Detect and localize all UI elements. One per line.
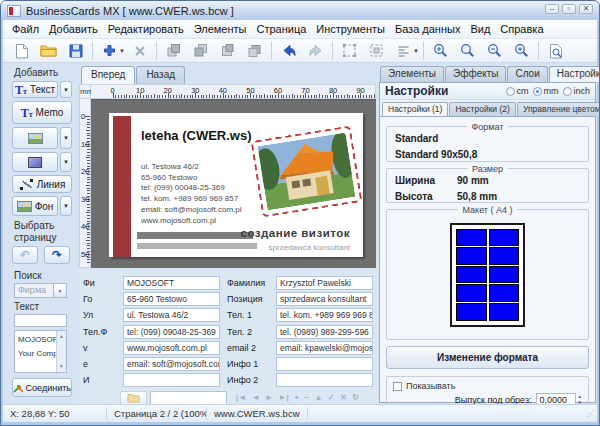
settings-subtab-1[interactable]: Настройки (1): [382, 102, 448, 116]
menu-8[interactable]: Справка: [495, 21, 548, 37]
menu-0[interactable]: Файл: [7, 21, 44, 37]
zoom-out-icon[interactable]: [486, 42, 503, 59]
unit-radio-cm[interactable]: [506, 87, 515, 96]
menu-1[interactable]: Добавить: [44, 21, 103, 37]
post-record-icon[interactable]: ✓: [328, 393, 335, 402]
prev-record-icon[interactable]: ◄: [252, 393, 260, 402]
add-line-button[interactable]: Линия: [12, 175, 72, 193]
add-background-button[interactable]: Фон: [12, 196, 58, 216]
cancel-record-icon[interactable]: ✕: [340, 393, 347, 402]
add-text-dropdown[interactable]: ▼: [60, 81, 72, 98]
form-input[interactable]: tel: (099) 09048-25-369: [123, 325, 220, 339]
form-input[interactable]: ul. Testowa 46/2: [123, 308, 220, 322]
menu-4[interactable]: Страница: [251, 21, 311, 37]
listbox-scrollbar[interactable]: [56, 331, 66, 372]
select-all-icon[interactable]: [341, 42, 358, 59]
settings-subtab-2[interactable]: Настройки (2): [449, 102, 515, 116]
panel-tab-2[interactable]: Слои: [507, 66, 547, 82]
align-icon[interactable]: [395, 42, 412, 59]
form-input[interactable]: tel. (0989) 989-299-596: [276, 325, 373, 339]
refresh-record-icon[interactable]: ↻: [352, 393, 359, 402]
side-tab-front[interactable]: Вперед: [81, 66, 135, 84]
close-button[interactable]: ✕: [579, 4, 593, 14]
zoom-fit-icon[interactable]: [513, 42, 530, 59]
bring-to-front-icon[interactable]: [165, 42, 182, 59]
menu-2[interactable]: Редактировать: [103, 21, 189, 37]
business-card[interactable]: leteha (CWER.ws) ul. Testowa 46/265-960 …: [109, 113, 363, 257]
unit-radio-mm[interactable]: [533, 87, 542, 96]
add-background-dropdown[interactable]: ▼: [60, 196, 72, 216]
send-to-back-icon[interactable]: [192, 42, 209, 59]
form-input[interactable]: Krzysztof Pawelski: [276, 276, 373, 290]
card-bar-dark[interactable]: [137, 232, 253, 239]
form-input[interactable]: [276, 357, 373, 371]
first-record-icon[interactable]: |◄: [236, 393, 246, 402]
menu-6[interactable]: База данных: [390, 21, 466, 37]
new-document-icon[interactable]: [13, 42, 30, 59]
search-results-list[interactable]: MOJOSOFTYour Compa: [14, 330, 67, 373]
open-folder-icon[interactable]: [40, 42, 57, 59]
save-icon[interactable]: [67, 42, 84, 59]
add-shape-dropdown[interactable]: ▼: [60, 152, 72, 172]
unit-radio-inch[interactable]: [563, 87, 572, 96]
change-format-button[interactable]: Изменение формата: [386, 346, 589, 369]
menu-3[interactable]: Элементы: [189, 21, 252, 37]
form-input[interactable]: [123, 373, 220, 387]
menu-7[interactable]: Вид: [465, 21, 495, 37]
side-tab-back[interactable]: Назад: [136, 66, 185, 84]
add-shape-button[interactable]: [12, 152, 58, 172]
panel-tab-0[interactable]: Элементы: [380, 66, 444, 82]
show-checkbox[interactable]: [393, 382, 402, 391]
form-input[interactable]: email: soft@mojosoft.com.pl: [123, 357, 220, 371]
card-subtitle[interactable]: sprzedawca konsultant: [269, 243, 350, 252]
last-record-icon[interactable]: ►|: [279, 393, 289, 402]
undo-icon[interactable]: [280, 42, 297, 59]
design-canvas[interactable]: leteha (CWER.ws) ul. Testowa 46/265-960 …: [91, 99, 376, 268]
card-bar-light[interactable]: [137, 243, 257, 249]
page-forward-button[interactable]: ↷: [44, 246, 70, 264]
card-title[interactable]: leteha (CWER.ws): [141, 128, 252, 143]
form-input[interactable]: email: kpawelski@mojosoft.com.pl: [276, 341, 373, 355]
delete-icon[interactable]: [131, 42, 148, 59]
form-input[interactable]: sprzedawca konsultant: [276, 292, 373, 306]
form-input[interactable]: tel. kom. +989 969 969 857: [276, 308, 373, 322]
insert-record-icon[interactable]: +: [294, 393, 299, 402]
search-text-input[interactable]: [14, 314, 67, 327]
card-red-stripe[interactable]: [113, 116, 131, 257]
card-tagline[interactable]: создание визиток: [241, 227, 350, 239]
form-input[interactable]: www.mojosoft.com.pl: [123, 341, 220, 355]
menu-5[interactable]: Инструменты: [311, 21, 390, 37]
add-image-dropdown[interactable]: ▼: [60, 127, 72, 149]
form-input[interactable]: [276, 373, 373, 387]
form-input[interactable]: 65-960 Testowo: [123, 292, 220, 306]
connect-button[interactable]: Соединить: [12, 378, 72, 397]
add-image-button[interactable]: [12, 127, 58, 149]
transform-icon[interactable]: [368, 42, 385, 59]
record-search-input[interactable]: [150, 391, 227, 405]
page-back-button[interactable]: ↶: [12, 246, 38, 264]
firm-dropdown[interactable]: Фирма ▼: [14, 283, 79, 298]
add-memo-button[interactable]: Tт Memo: [12, 101, 72, 124]
load-photo-button[interactable]: [120, 391, 147, 405]
add-icon[interactable]: [101, 42, 118, 59]
add-text-button[interactable]: Tт Текст: [12, 81, 58, 98]
panel-tab-3[interactable]: Настройки: [549, 66, 600, 82]
settings-subtab-3[interactable]: Управление цветом: [517, 102, 600, 116]
next-record-icon[interactable]: ►: [265, 393, 273, 402]
bring-forward-icon[interactable]: [219, 42, 236, 59]
edit-record-icon[interactable]: ▲: [315, 393, 323, 402]
zoom-in-icon[interactable]: [432, 42, 449, 59]
resize-grip[interactable]: ⋰: [586, 409, 594, 418]
form-input[interactable]: MOJOSOFT: [123, 276, 220, 290]
maximize-button[interactable]: ▫: [562, 4, 576, 14]
redo-icon[interactable]: [307, 42, 324, 59]
print-preview-icon[interactable]: [547, 42, 564, 59]
card-address-block[interactable]: ul. Testowa 46/265-960 Testowotel: (099)…: [141, 162, 242, 226]
align-icon-caret[interactable]: ▼: [413, 48, 420, 54]
delete-record-icon[interactable]: −: [304, 393, 309, 402]
minimize-button[interactable]: –: [545, 4, 559, 14]
send-backward-icon[interactable]: [246, 42, 263, 59]
panel-tab-1[interactable]: Эффекты: [445, 66, 506, 82]
add-icon-caret[interactable]: ▼: [119, 48, 126, 54]
card-house-photo[interactable]: [251, 126, 363, 218]
